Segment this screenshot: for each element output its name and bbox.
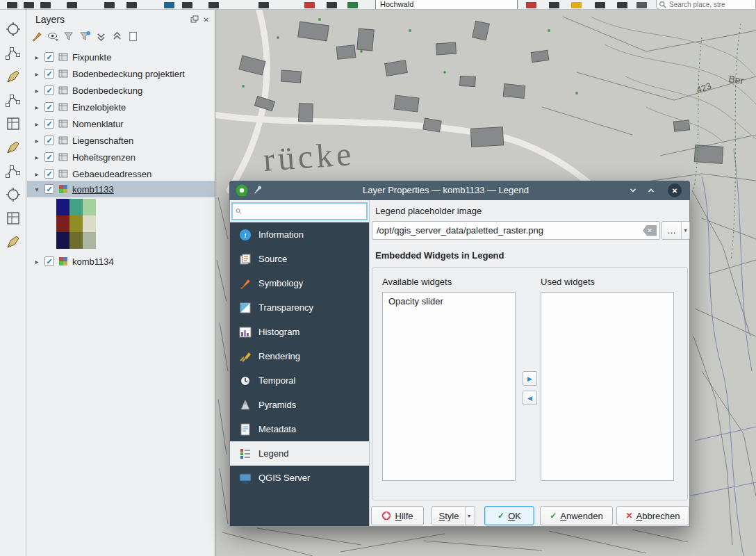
- vertex-tool-icon[interactable]: [5, 44, 22, 61]
- tab-temporal[interactable]: Temporal: [230, 368, 369, 393]
- available-widgets-list[interactable]: Opacity slider: [382, 292, 516, 481]
- chevron-down-icon[interactable]: ▾: [465, 507, 472, 525]
- layer-item-selected[interactable]: ▾ ✓ komb1133: [27, 181, 215, 197]
- toolbar-icon[interactable]: [571, 2, 582, 8]
- shade-up-button[interactable]: [644, 183, 658, 197]
- filter-expression-icon[interactable]: [79, 31, 91, 42]
- list-item[interactable]: Opacity slider: [383, 293, 515, 310]
- toolbar-icon[interactable]: [549, 2, 559, 8]
- toolbar-icon[interactable]: [104, 2, 115, 8]
- layer-checkbox[interactable]: ✓: [44, 102, 54, 112]
- toolbar-icon[interactable]: [304, 2, 315, 8]
- map-themes-icon[interactable]: [47, 31, 59, 42]
- shade-down-button[interactable]: [626, 183, 640, 197]
- expand-icon[interactable]: ▸: [33, 87, 41, 95]
- layer-checkbox[interactable]: ✓: [44, 169, 54, 179]
- ok-button[interactable]: ✓ OK: [484, 506, 534, 525]
- clear-field-icon[interactable]: ✕: [643, 225, 657, 236]
- toolbar-icon[interactable]: [164, 2, 174, 8]
- layer-checkbox[interactable]: ✓: [44, 52, 54, 62]
- add-widget-button[interactable]: ▶: [523, 371, 537, 386]
- layer-checkbox[interactable]: ✓: [44, 136, 54, 145]
- toolbar-icon[interactable]: [526, 2, 536, 8]
- toolbar-icon[interactable]: [258, 2, 269, 8]
- tab-symbology[interactable]: Symbology: [230, 271, 369, 295]
- collapse-all-icon[interactable]: [111, 31, 123, 42]
- grid-tool-icon[interactable]: [5, 210, 22, 227]
- remove-layer-icon[interactable]: [127, 31, 139, 42]
- browse-button[interactable]: … ▾: [662, 221, 690, 240]
- tab-qgis-server[interactable]: QGIS Server: [230, 466, 369, 490]
- toolbar-icon[interactable]: [182, 2, 192, 8]
- layer-checkbox[interactable]: ✓: [44, 69, 54, 79]
- layer-item[interactable]: ▸ ✓ Liegenschaften: [27, 132, 215, 149]
- close-button[interactable]: ✕: [668, 183, 682, 197]
- node-tool-icon[interactable]: [5, 92, 22, 108]
- edit-tool-icon[interactable]: [5, 68, 22, 85]
- layer-checkbox[interactable]: ✓: [44, 184, 54, 194]
- placeholder-path-input[interactable]: [372, 225, 643, 236]
- search-input[interactable]: [669, 1, 754, 8]
- layer-checkbox[interactable]: ✓: [44, 152, 54, 162]
- expand-icon[interactable]: ▸: [33, 120, 41, 128]
- collapse-icon[interactable]: ▾: [33, 186, 41, 193]
- toolbar-icon[interactable]: [636, 2, 647, 8]
- expand-icon[interactable]: ▸: [33, 104, 41, 111]
- toolbar-icon[interactable]: [40, 2, 51, 8]
- tab-legend[interactable]: Legend: [230, 441, 369, 466]
- layer-checkbox[interactable]: ✓: [44, 256, 54, 266]
- dialog-titlebar[interactable]: Layer Properties — komb1133 — Legend ✕: [229, 181, 690, 200]
- expand-all-icon[interactable]: [95, 31, 107, 42]
- expand-icon[interactable]: ▸: [33, 258, 41, 265]
- help-button[interactable]: Hilfe: [371, 506, 424, 525]
- cancel-button[interactable]: ✕ Abbrechen: [616, 506, 689, 525]
- layer-styling-icon[interactable]: [31, 31, 43, 42]
- layer-item[interactable]: ▸ ✓ Fixpunkte: [27, 49, 215, 65]
- used-widgets-list[interactable]: [541, 292, 674, 481]
- pin-icon[interactable]: [253, 185, 263, 196]
- target-tool-icon[interactable]: [5, 186, 22, 203]
- close-panel-icon[interactable]: ✕: [204, 16, 209, 24]
- toolbar-icon[interactable]: [327, 2, 337, 8]
- chevron-down-icon[interactable]: ▾: [681, 222, 689, 239]
- toolbar-icon[interactable]: [7, 2, 17, 8]
- layer-item[interactable]: ▸ ✓ komb1134: [27, 253, 215, 270]
- tab-source[interactable]: Source: [230, 247, 369, 271]
- pan-tool-icon[interactable]: [5, 21, 22, 38]
- layer-item[interactable]: ▸ ✓ Bodenbedeckung projektiert: [27, 65, 215, 82]
- expand-icon[interactable]: ▸: [33, 137, 41, 145]
- vertex-tool-icon[interactable]: [5, 163, 22, 179]
- sketch-tool-icon[interactable]: [5, 234, 22, 250]
- layer-item[interactable]: ▸ ✓ Bodenbedeckung: [27, 82, 215, 99]
- expand-icon[interactable]: ▸: [33, 154, 41, 161]
- expand-icon[interactable]: ▸: [33, 54, 41, 61]
- layer-item[interactable]: ▸ ✓ Hoheitsgrenzen: [27, 149, 215, 165]
- toolbar-icon[interactable]: [67, 2, 77, 8]
- tab-metadata[interactable]: Metadata: [230, 417, 369, 441]
- toolbar-icon[interactable]: [208, 2, 219, 8]
- tab-information[interactable]: i Information: [230, 222, 369, 247]
- tab-histogram[interactable]: Histogram: [230, 320, 369, 344]
- layer-checkbox[interactable]: ✓: [44, 85, 54, 95]
- toolbar-icon[interactable]: [24, 2, 34, 8]
- draw-tool-icon[interactable]: [5, 139, 22, 156]
- toolbar-icon[interactable]: [617, 2, 627, 8]
- tab-pyramids[interactable]: Pyramids: [230, 393, 369, 417]
- grid-tool-icon[interactable]: [5, 115, 22, 132]
- toolbar-icon[interactable]: [347, 2, 358, 8]
- toolbar-icon[interactable]: [595, 2, 605, 8]
- layer-item[interactable]: ▸ ✓ Einzelobjekte: [27, 99, 215, 115]
- properties-search-input[interactable]: [244, 204, 366, 218]
- expand-icon[interactable]: ▸: [33, 170, 41, 178]
- scale-combo[interactable]: Hochwald: [375, 0, 518, 10]
- tab-rendering[interactable]: Rendering: [230, 344, 369, 368]
- undock-panel-icon[interactable]: [190, 15, 199, 24]
- tab-transparency[interactable]: Transparency: [230, 295, 369, 320]
- remove-widget-button[interactable]: ◀: [523, 391, 537, 405]
- layer-item[interactable]: ▸ ✓ Gebaeudeadressen: [27, 165, 215, 182]
- layer-checkbox[interactable]: ✓: [44, 119, 54, 129]
- expand-icon[interactable]: ▸: [33, 70, 41, 78]
- apply-button[interactable]: ✓ Anwenden: [540, 506, 613, 525]
- style-button[interactable]: Style ▾: [432, 506, 475, 525]
- layer-item[interactable]: ▸ ✓ Nomenklatur: [27, 115, 215, 132]
